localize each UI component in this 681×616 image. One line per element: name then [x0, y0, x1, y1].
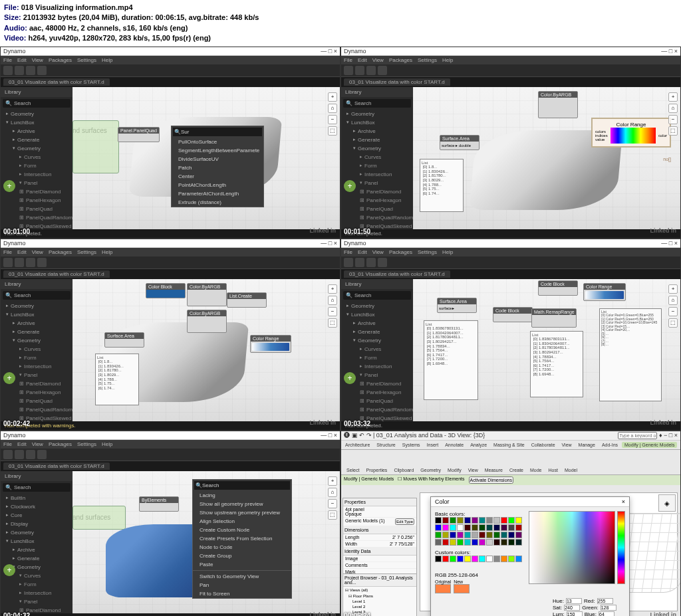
- node-canvas[interactable]: nd surfaces Panel.PanelQuad 🔍 Sur PullOn…: [72, 87, 340, 238]
- color-swatch[interactable]: [493, 517, 500, 524]
- menu-item[interactable]: Create Custom Node: [193, 526, 291, 534]
- menu-item[interactable]: Extrude (distance): [172, 198, 263, 207]
- color-swatch[interactable]: [486, 532, 493, 538]
- edit-type-button[interactable]: Edit Type: [395, 518, 414, 525]
- node-canvas[interactable]: Color Block Color.ByARGB List.Create Col…: [72, 279, 340, 430]
- home-button[interactable]: ⌂: [328, 104, 337, 113]
- custom-swatch[interactable]: [515, 556, 522, 562]
- menu-item[interactable]: Paste: [193, 560, 291, 569]
- menu-item[interactable]: Create Group: [193, 552, 291, 560]
- hue-strip[interactable]: [617, 511, 625, 584]
- color-swatch[interactable]: [442, 532, 449, 538]
- green-input[interactable]: [601, 605, 616, 611]
- lib-item[interactable]: ▸Archive: [1, 127, 72, 136]
- custom-swatch[interactable]: [508, 556, 515, 562]
- color-swatch[interactable]: [457, 539, 464, 546]
- color-swatch[interactable]: [450, 539, 456, 546]
- color-swatch[interactable]: [479, 539, 485, 546]
- blue-input[interactable]: [599, 611, 614, 616]
- node-canvas[interactable]: and surfaces ByElements 🔍 Search Lacing …: [72, 471, 340, 616]
- watch-list[interactable]: List[0] Color Red=0,Green=0,Blue=255[1] …: [599, 308, 662, 401]
- watch-list[interactable]: List [0] 1.8... [1] 1.830426... [2] 1.81…: [95, 354, 139, 405]
- lib-section[interactable]: ▾LunchBox: [1, 118, 72, 127]
- watch-list[interactable]: List [0] 1.8... [1] 1.830426... [2] 1.81…: [420, 159, 464, 212]
- zoom-out-button[interactable]: −: [328, 115, 337, 124]
- custom-swatch[interactable]: [501, 556, 507, 562]
- watch-list[interactable]: List [0] 1.83867803131... [1] 1.83042064…: [424, 320, 478, 400]
- menu-item[interactable]: Fit to Screen: [193, 589, 291, 598]
- color-swatch[interactable]: [472, 532, 478, 538]
- node-color-block[interactable]: Color Block: [146, 283, 186, 298]
- color-swatch[interactable]: [479, 517, 485, 524]
- lib-item[interactable]: ⊞ PanelHexagon: [1, 196, 72, 205]
- color-swatch[interactable]: [464, 517, 471, 524]
- basic-colors-grid[interactable]: [435, 517, 522, 546]
- custom-colors-grid[interactable]: [435, 556, 522, 569]
- hue-input[interactable]: [566, 598, 582, 604]
- color-swatch[interactable]: [435, 539, 442, 546]
- color-swatch[interactable]: [515, 524, 522, 531]
- zoom-in-button[interactable]: +: [328, 92, 337, 102]
- menu-item[interactable]: Create Presets From Selection: [193, 534, 291, 543]
- color-swatch[interactable]: [464, 539, 471, 546]
- custom-swatch[interactable]: [472, 556, 478, 562]
- toolbar[interactable]: [1, 64, 340, 77]
- node-color-range[interactable]: Color Range: [250, 335, 291, 353]
- ribbon-panel[interactable]: Select Properties Clipboard Geometry Mod…: [341, 450, 680, 475]
- add-button[interactable]: +: [3, 564, 15, 576]
- revit-titlebar[interactable]: 🅡 ▣ ↶ ↷ | 03_01 Analysis and Data - 3D V…: [341, 431, 680, 441]
- menu-item[interactable]: Lacing: [193, 491, 291, 500]
- node-by-elements[interactable]: ByElements: [139, 496, 179, 512]
- color-swatch[interactable]: [450, 517, 456, 524]
- lib-section[interactable]: ▸Geometry: [1, 110, 72, 118]
- ribbon-tabs[interactable]: Architecture Structure Systems Insert An…: [341, 441, 680, 450]
- color-dialog[interactable]: Color× Basic colors: Custom colors: RGB …: [430, 496, 630, 616]
- color-swatch[interactable]: [442, 517, 449, 524]
- color-range-popup[interactable]: Color Range colorsindicesvalue color: [591, 118, 671, 148]
- color-swatch[interactable]: [515, 532, 522, 538]
- file-tab[interactable]: 03_01 Visualize data with color START.d: [344, 78, 450, 86]
- color-swatch[interactable]: [435, 524, 442, 531]
- library-search[interactable]: 🔍Search: [3, 99, 70, 108]
- node-canvas[interactable]: Surface.Areasurface ▸ double Color.ByARG…: [413, 87, 680, 238]
- menu-item[interactable]: Show all geometry preview: [193, 500, 291, 508]
- custom-swatch[interactable]: [450, 556, 456, 562]
- color-swatch[interactable]: [457, 524, 464, 531]
- menu-item[interactable]: Switch to Geometry View: [193, 572, 291, 581]
- color-swatch[interactable]: [501, 532, 507, 538]
- project-browser[interactable]: Project Browser - 03_01 Analysis and... …: [342, 573, 417, 616]
- node-group[interactable]: [72, 506, 126, 530]
- color-swatch[interactable]: [493, 539, 500, 546]
- color-swatch[interactable]: [486, 517, 493, 524]
- menu-item[interactable]: Pan: [193, 581, 291, 589]
- add-button[interactable]: +: [344, 180, 356, 192]
- color-swatch[interactable]: [501, 539, 507, 546]
- lum-input[interactable]: [567, 611, 583, 616]
- menu-item[interactable]: Patch: [172, 163, 263, 172]
- node-code-block[interactable]: Code Block: [493, 307, 533, 322]
- lib-item[interactable]: ⊞ PanelQuadRandom: [1, 213, 72, 222]
- revit-search[interactable]: [618, 432, 657, 439]
- node-remap[interactable]: Math.RemapRange: [531, 308, 577, 328]
- color-swatch[interactable]: [457, 517, 464, 524]
- lib-item[interactable]: ▾Geometry: [1, 144, 72, 153]
- add-button[interactable]: +: [3, 372, 15, 384]
- color-swatch[interactable]: [435, 532, 442, 538]
- color-swatch[interactable]: [450, 524, 456, 531]
- options-bar[interactable]: Modify | Generic Models ☐ Moves With Nea…: [341, 475, 680, 485]
- color-swatch[interactable]: [501, 524, 507, 531]
- tool-btn[interactable]: [15, 66, 24, 75]
- activate-dimensions-button[interactable]: Activate Dimensions: [469, 476, 513, 484]
- lib-item[interactable]: ▸Generate: [1, 136, 72, 144]
- library-search[interactable]: 🔍Search: [343, 99, 411, 108]
- add-button[interactable]: +: [3, 180, 15, 192]
- watch-list[interactable]: List [0] 1.83867803131... [1] 1.83042064…: [530, 331, 583, 397]
- tool-btn[interactable]: [3, 66, 13, 75]
- close-icon[interactable]: ×: [622, 498, 625, 505]
- color-swatch[interactable]: [442, 539, 449, 546]
- menu-item[interactable]: Show upstream geometry preview: [193, 508, 291, 517]
- menu-item[interactable]: PullOntoSurface: [172, 138, 263, 146]
- color-swatch[interactable]: [508, 532, 515, 538]
- color-swatch[interactable]: [479, 524, 485, 531]
- red-input[interactable]: [597, 598, 613, 604]
